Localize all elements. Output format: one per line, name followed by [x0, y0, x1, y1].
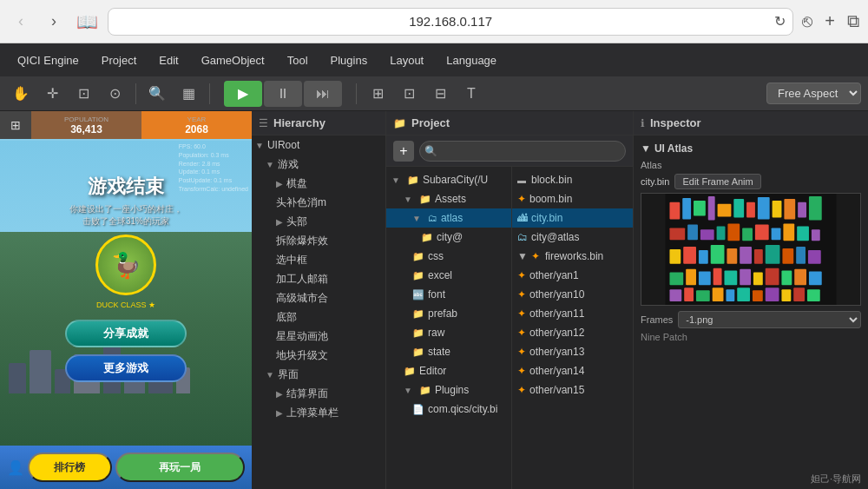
tree-plugins[interactable]: ▼ 📁 Plugins [386, 380, 511, 400]
project-add-button[interactable]: + [393, 141, 414, 162]
list-item-yan1[interactable]: ✦ other/yan1 [512, 266, 633, 285]
frames-select[interactable]: -1.png [678, 311, 861, 328]
zoom-tool-button[interactable]: 🔍 [143, 81, 171, 107]
rank-button[interactable]: 排行榜 [28, 453, 112, 482]
bookmark-button[interactable]: 📖 [75, 10, 99, 34]
hand-tool-button[interactable]: ✋ [7, 81, 35, 107]
menu-layout[interactable]: Layout [379, 50, 434, 70]
tree-item-headcolor[interactable]: 头补色消m [252, 193, 385, 212]
edit-frame-anim-button[interactable]: Edit Frame Anim [674, 174, 760, 189]
menu-plugins[interactable]: Plugins [320, 50, 378, 70]
tree-comqics[interactable]: 📄 com.qics/city.bi [386, 400, 511, 419]
tree-editor[interactable]: 📁 Editor [386, 361, 511, 380]
tree-font[interactable]: 🔤 font [386, 285, 511, 304]
tree-prefab[interactable]: 📁 prefab [386, 304, 511, 323]
svg-rect-46 [669, 289, 681, 301]
search-icon: 🔍 [424, 145, 437, 157]
svg-rect-13 [669, 228, 685, 240]
list-item-yan10[interactable]: ✦ other/yan10 [512, 285, 633, 304]
tree-item-game[interactable]: ▼ 游戏 [252, 155, 385, 174]
reload-button[interactable]: ↻ [774, 13, 786, 30]
list-item-boombin[interactable]: ✦ boom.bin [512, 189, 633, 208]
svg-rect-50 [726, 289, 734, 301]
tree-item-board[interactable]: ▶ 棋盘 [252, 174, 385, 193]
tree-item-mail[interactable]: 加工人邮箱 [252, 269, 385, 288]
menu-gameobject[interactable]: GameObject [191, 50, 275, 70]
back-button[interactable]: ‹ [9, 10, 33, 34]
list-item-citybin[interactable]: 🏙 city.bin [512, 208, 633, 228]
tree-item-head[interactable]: ▶ 头部 [252, 212, 385, 231]
menu-qici-engine[interactable]: QICI Engine [7, 50, 89, 70]
menu-language[interactable]: Language [436, 50, 507, 70]
tree-item-ui[interactable]: ▼ 界面 [252, 365, 385, 384]
list-item-cityatlas[interactable]: 🗂 city@atlas [512, 228, 633, 247]
tree-label: 地块升级文 [276, 348, 328, 363]
add-tab-button[interactable]: + [825, 11, 835, 31]
address-bar[interactable]: 192.168.0.117 ↻ [108, 8, 793, 36]
project-search-input[interactable] [419, 141, 626, 162]
tree-item-bottom[interactable]: 底部 [252, 307, 385, 327]
tree-item-uiroot[interactable]: ▼ UIRoot [252, 135, 385, 155]
list-item-yan12[interactable]: ✦ other/yan12 [512, 323, 633, 342]
tree-item-popup[interactable]: ▶ 上弹菜单栏 [252, 403, 385, 422]
tree-label: 结算界面 [286, 387, 328, 401]
share-achievement-button[interactable]: 分享成就 [65, 320, 187, 347]
list-item-yan14[interactable]: ✦ other/yan14 [512, 361, 633, 380]
menu-project[interactable]: Project [91, 50, 147, 70]
hierarchy-tree: ▼ UIRoot ▼ 游戏 ▶ 棋盘 头补色消m [252, 135, 385, 422]
tree-city-at[interactable]: 📁 city@ [386, 228, 511, 247]
tree-assets[interactable]: ▼ 📁 Assets [386, 189, 511, 208]
replay-button[interactable]: 再玩一局 [115, 453, 245, 482]
tree-item-city[interactable]: 高级城市合 [252, 288, 385, 307]
svg-rect-43 [781, 271, 792, 286]
list-item-van15[interactable]: ✦ other/van15 [512, 380, 633, 400]
file-label: com.qics/city.bi [428, 403, 497, 415]
pause-button[interactable]: ⏸ [264, 81, 302, 107]
duck-badge: 🦆 [95, 235, 156, 295]
tree-item-explode[interactable]: 拆除爆炸效 [252, 231, 385, 250]
target-tool-button[interactable]: ⊙ [101, 81, 128, 107]
tree-item-stars[interactable]: 星星动画池 [252, 327, 385, 346]
more-games-button[interactable]: 更多游戏 [65, 354, 187, 382]
svg-rect-19 [755, 224, 769, 240]
tree-item-upgrade[interactable]: 地块升级文 [252, 346, 385, 365]
text-tool-button[interactable]: T [457, 81, 485, 107]
folder-icon: 📁 [412, 270, 424, 281]
rect-tool-button[interactable]: ⊡ [69, 81, 97, 107]
tree-state[interactable]: 📁 state [386, 342, 511, 361]
menu-tool[interactable]: Tool [277, 50, 319, 70]
step-button[interactable]: ⏭ [304, 81, 342, 107]
aspect-select[interactable]: Free Aspect [766, 83, 861, 104]
file-label: other/yan14 [529, 365, 584, 377]
layout-1-button[interactable]: ⊞ [364, 81, 391, 107]
share-button[interactable]: ⎋ [802, 11, 812, 31]
svg-rect-44 [794, 269, 806, 286]
move-tool-button[interactable]: ✛ [38, 81, 66, 107]
tree-excel[interactable]: 📁 excel [386, 266, 511, 285]
menu-edit[interactable]: Edit [148, 50, 188, 70]
forward-button[interactable]: › [42, 10, 66, 34]
tabs-button[interactable]: ⧉ [847, 11, 859, 31]
tree-raw[interactable]: 📁 raw [386, 323, 511, 342]
layout-3-button[interactable]: ⊟ [426, 81, 454, 107]
play-button[interactable]: ▶ [224, 81, 262, 107]
browser-actions: ⎋ + ⧉ [802, 11, 859, 31]
tree-subara[interactable]: ▼ 📁 SubaraCity(/U [386, 170, 511, 189]
list-item-yan11[interactable]: ✦ other/yan11 [512, 304, 633, 323]
tree-css[interactable]: 📁 css [386, 247, 511, 266]
list-item-yan13[interactable]: ✦ other/yan13 [512, 342, 633, 361]
tree-atlas[interactable]: ▼ 🗂 atlas [386, 208, 511, 228]
spark-icon: ✦ [517, 288, 526, 301]
game-view: ⊞ POPULATION 36,413 YEAR 2068 [0, 111, 252, 489]
list-item-blockbin[interactable]: ▬ block.bin [512, 170, 633, 189]
spark-icon: ✦ [517, 384, 526, 396]
tree-item-select[interactable]: 选中框 [252, 250, 385, 269]
tree-item-result[interactable]: ▶ 结算界面 [252, 384, 385, 403]
layout-2-button[interactable]: ⊡ [395, 81, 423, 107]
grid-tool-button[interactable]: ▦ [174, 81, 202, 107]
list-item-fireworksbin[interactable]: ▼ ✦ fireworks.bin [512, 247, 633, 266]
file-label: other/van15 [529, 384, 584, 396]
file-label: raw [428, 327, 444, 339]
svg-rect-12 [809, 196, 822, 221]
fireworks-icon: ▼ [517, 250, 528, 262]
